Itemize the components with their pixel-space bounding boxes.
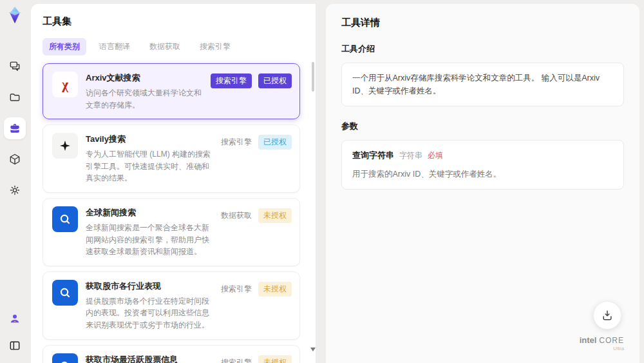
page-title: 工具集 [43, 15, 308, 28]
scroll-down-arrow-icon[interactable] [310, 348, 316, 351]
sidebar-item-models[interactable] [4, 148, 26, 170]
tool-list: χ Arxiv文献搜索 访问各个研究领域大量科学论文和文章的存储库。 搜索引擎 … [43, 63, 308, 352]
parameter-name: 查询字符串 [352, 149, 394, 162]
category-label: 数据获取 [221, 210, 252, 221]
avatar-icon [8, 312, 21, 325]
tab-all-categories[interactable]: 所有类别 [43, 38, 86, 55]
blue-search-icon [52, 280, 78, 306]
tab-language-translation[interactable]: 语言翻译 [93, 38, 137, 55]
sidebar-item-profile[interactable] [4, 308, 26, 329]
parameter-description: 用于搜索的Arxiv ID、关键字或作者姓名。 [352, 168, 613, 181]
gear-icon [8, 184, 21, 197]
chat-icon [8, 60, 21, 73]
tool-description: 提供股票市场各个行业在特定时间段内的表现。投资者可以利用这些信息来识别表现优于或… [86, 295, 213, 331]
status-badge: 已授权 [258, 135, 292, 150]
blue-search-icon [52, 206, 78, 232]
scrollbar-thumb[interactable] [312, 62, 314, 92]
collapse-panel-icon [8, 339, 21, 352]
category-badge: 搜索引擎 [211, 74, 252, 88]
tool-card-arxiv[interactable]: χ Arxiv文献搜索 访问各个研究领域大量科学论文和文章的存储库。 搜索引擎 … [43, 63, 300, 119]
category-label: 搜索引擎 [221, 357, 252, 363]
app-logo[interactable] [5, 5, 24, 25]
status-badge: 未授权 [258, 355, 292, 363]
cube-icon [8, 153, 21, 166]
category-tabs: 所有类别 语言翻译 数据获取 搜索引擎 [43, 38, 308, 55]
tool-description: 专为人工智能代理 (LLM) 构建的搜索引擎工具。可快速提供实时、准确和真实的结… [86, 148, 213, 184]
folder-icon [8, 91, 21, 104]
tab-search-engine[interactable]: 搜索引擎 [193, 38, 237, 55]
detail-title: 工具详情 [341, 17, 624, 29]
sidebar-item-settings[interactable] [4, 179, 26, 201]
sidebar-rail [0, 0, 30, 363]
status-badge: 已授权 [258, 74, 292, 88]
intro-heading: 工具介绍 [341, 43, 624, 55]
brand-ultra: Ultra [580, 346, 624, 351]
brand-core: CORE [599, 336, 624, 345]
tool-detail-panel: 工具详情 工具介绍 一个用于从Arxiv存储库搜索科学论文和文章的工具。 输入可… [326, 4, 639, 363]
sparkle-star-icon [52, 133, 78, 159]
parameter-card: 查询字符串 字符串 必填 用于搜索的Arxiv ID、关键字或作者姓名。 [341, 140, 624, 190]
tool-description: 访问各个研究领域大量科学论文和文章的存储库。 [86, 87, 203, 111]
tool-name: 获取股市各行业表现 [86, 280, 213, 292]
category-label: 搜索引擎 [221, 284, 252, 295]
tool-card-global-news[interactable]: 全球新闻搜索 全球新闻搜索是一个聚合全球各大新闻网站内容的搜索引擎，帮助用户快速… [43, 198, 300, 266]
blue-search-icon [52, 353, 78, 363]
parameter-required-flag: 必填 [428, 150, 443, 162]
sidebar-item-chat[interactable] [4, 55, 26, 77]
tool-card-sector-performance[interactable]: 获取股市各行业表现 提供股票市场各个行业在特定时间段内的表现。投资者可以利用这些… [43, 271, 300, 340]
tool-card-tavily[interactable]: Tavily搜索 专为人工智能代理 (LLM) 构建的搜索引擎工具。可快速提供实… [43, 124, 300, 193]
intro-text: 一个用于从Arxiv存储库搜索科学论文和文章的工具。 输入可以是Arxiv ID… [341, 63, 624, 106]
sidebar-item-tools[interactable] [4, 117, 26, 139]
sidebar-item-files[interactable] [4, 86, 26, 108]
download-icon [601, 309, 614, 322]
parameter-type: 字符串 [399, 150, 422, 162]
scrollbar[interactable] [310, 58, 316, 360]
tool-card-most-active-stocks[interactable]: 获取市场最活跃股票信息 提供当天交易量最高的股票列表，投资者可以利用这些信息来识… [43, 345, 300, 363]
brand-intel: intel [580, 335, 597, 345]
tool-description: 全球新闻搜索是一个聚合全球各大新闻网站内容的搜索引擎，帮助用户快速获取全球最新资… [86, 222, 213, 258]
sidebar-item-collapse[interactable] [4, 335, 26, 357]
toolbox-icon [8, 122, 21, 135]
category-label: 搜索引擎 [221, 137, 252, 148]
status-badge: 未授权 [258, 282, 292, 297]
params-heading: 参数 [341, 121, 624, 132]
arxiv-logo-icon: χ [52, 72, 78, 97]
tool-name: Tavily搜索 [86, 133, 213, 145]
tool-name: 获取市场最活跃股票信息 [86, 354, 213, 363]
tool-list-panel: 工具集 所有类别 语言翻译 数据获取 搜索引擎 χ Arxiv文献搜索 访问各个… [31, 4, 316, 363]
intel-core-logo: intel CORE Ultra [580, 336, 624, 351]
status-badge: 未授权 [258, 208, 292, 223]
tool-name: 全球新闻搜索 [86, 207, 213, 219]
tool-name: Arxiv文献搜索 [86, 72, 203, 84]
tab-data-acquisition[interactable]: 数据获取 [143, 38, 187, 55]
download-button[interactable] [593, 301, 621, 329]
